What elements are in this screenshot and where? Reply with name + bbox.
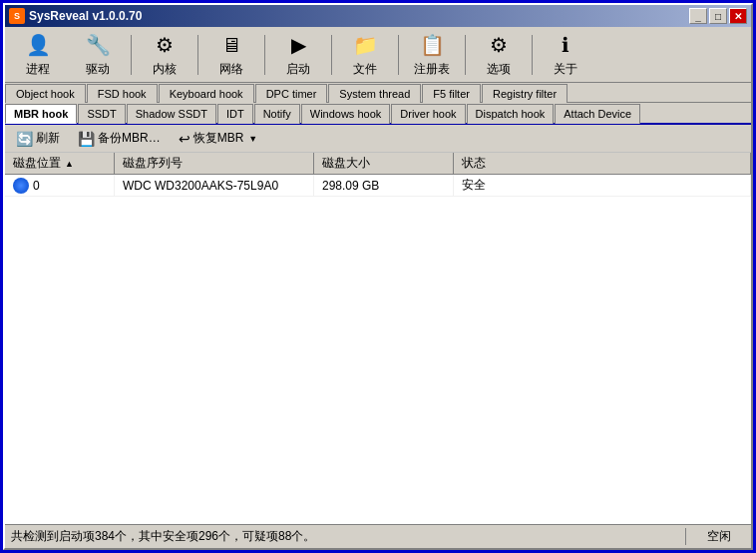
toolbar-driver[interactable]: 🔧 驱动 [69, 31, 127, 79]
toolbar-file[interactable]: 📁 文件 [336, 31, 394, 79]
network-icon: 🖥 [217, 32, 245, 59]
title-bar: S SysReveal v1.0.0.70 _ □ ✕ [5, 5, 751, 27]
tab-driver-hook[interactable]: Driver hook [391, 104, 465, 124]
toolbar-network-label: 网络 [219, 61, 243, 78]
refresh-button[interactable]: 🔄 刷新 [11, 127, 65, 150]
tab-dpc-timer[interactable]: DPC timer [255, 84, 328, 103]
toolbar-separator-3 [264, 35, 265, 75]
toolbar-separator-5 [398, 35, 399, 75]
backup-icon: 💾 [78, 131, 95, 147]
app-icon: S [9, 8, 25, 24]
cell-size: 298.09 GB [314, 175, 454, 196]
toolbar-separator-4 [331, 35, 332, 75]
status-bar: 共检测到启动项384个，其中安全项296个，可疑项88个。 空闲 [5, 524, 751, 548]
col-serial-label: 磁盘序列号 [123, 155, 183, 172]
toolbar: 👤 进程 🔧 驱动 ⚙ 内核 🖥 网络 ▶ 启动 📁 文件 📋 [5, 27, 751, 83]
toolbar-kernel[interactable]: ⚙ 内核 [136, 31, 193, 79]
minimize-button[interactable]: _ [689, 8, 707, 24]
tab-attach-device[interactable]: Attach Device [555, 104, 640, 124]
status-idle: 空闲 [685, 528, 745, 545]
col-status-label: 状态 [462, 155, 486, 172]
toolbar-kernel-label: 内核 [153, 61, 177, 78]
tab-registry-filter[interactable]: Registry filter [482, 84, 567, 103]
toolbar-options-label: 选项 [487, 61, 511, 78]
toolbar-process[interactable]: 👤 进程 [9, 31, 67, 79]
tabs-row1: Object hook FSD hook Keyboard hook DPC t… [5, 83, 751, 103]
toolbar-separator-1 [131, 35, 132, 75]
about-icon: ℹ [552, 32, 579, 59]
cell-status: 安全 [454, 175, 751, 196]
restore-mbr-button[interactable]: ↩ 恢复MBR ▼ [174, 127, 263, 150]
table-row[interactable]: 0 WDC WD3200AAKS-75L9A0 298.09 GB 安全 [5, 175, 751, 197]
tab-ssdt[interactable]: SSDT [78, 104, 125, 124]
tab-windows-hook[interactable]: Windows hook [301, 104, 391, 124]
toolbar-registry-label: 注册表 [414, 61, 450, 78]
maximize-button[interactable]: □ [709, 8, 727, 24]
toolbar-about[interactable]: ℹ 关于 [537, 31, 594, 79]
tab-mbr-hook[interactable]: MBR hook [5, 104, 77, 124]
cell-size-value: 298.09 GB [322, 179, 379, 193]
title-bar-left: S SysReveal v1.0.0.70 [9, 8, 142, 24]
refresh-label: 刷新 [36, 130, 60, 147]
tab-idt[interactable]: IDT [217, 104, 253, 124]
file-icon: 📁 [351, 32, 379, 59]
toolbar-network[interactable]: 🖥 网络 [202, 31, 260, 79]
toolbar-separator-6 [465, 35, 466, 75]
tab-keyboard-hook[interactable]: Keyboard hook [159, 84, 254, 103]
backup-mbr-button[interactable]: 💾 备份MBR… [73, 127, 166, 150]
toolbar-startup-label: 启动 [286, 61, 310, 78]
registry-icon: 📋 [418, 32, 446, 59]
toolbar-process-label: 进程 [26, 61, 50, 78]
cell-disk-pos-value: 0 [33, 179, 40, 193]
tab-fsd-hook[interactable]: FSD hook [87, 84, 158, 103]
cell-serial-value: WDC WD3200AAKS-75L9A0 [123, 179, 278, 193]
toolbar-driver-label: 驱动 [86, 61, 110, 78]
toolbar-separator-2 [197, 35, 198, 75]
restore-dropdown-icon[interactable]: ▼ [248, 134, 257, 144]
window-title: SysReveal v1.0.0.70 [29, 9, 142, 23]
restore-mbr-label: 恢复MBR [193, 130, 244, 147]
col-header-disk-pos[interactable]: 磁盘位置 ▲ [5, 153, 115, 174]
tab-object-hook[interactable]: Object hook [5, 84, 86, 103]
disk-icon [13, 178, 29, 194]
backup-mbr-label: 备份MBR… [98, 130, 161, 147]
col-header-status[interactable]: 状态 [454, 153, 751, 174]
tab-system-thread[interactable]: System thread [328, 84, 421, 103]
toolbar-about-label: 关于 [554, 61, 577, 78]
sort-arrow: ▲ [65, 159, 74, 169]
main-window: S SysReveal v1.0.0.70 _ □ ✕ 👤 进程 🔧 驱动 ⚙ … [3, 3, 753, 550]
tab-shadow-ssdt[interactable]: Shadow SSDT [127, 104, 216, 124]
title-buttons: _ □ ✕ [689, 8, 747, 24]
col-disk-pos-label: 磁盘位置 [13, 155, 61, 172]
col-header-size[interactable]: 磁盘大小 [314, 153, 454, 174]
options-icon: ⚙ [485, 32, 513, 59]
toolbar-file-label: 文件 [353, 61, 377, 78]
close-button[interactable]: ✕ [729, 8, 747, 24]
status-text: 共检测到启动项384个，其中安全项296个，可疑项88个。 [11, 528, 685, 545]
kernel-icon: ⚙ [151, 32, 179, 59]
tab-notify[interactable]: Notify [254, 104, 300, 124]
col-header-serial[interactable]: 磁盘序列号 [115, 153, 314, 174]
col-size-label: 磁盘大小 [322, 155, 370, 172]
cell-disk-pos: 0 [5, 175, 115, 196]
toolbar-separator-7 [532, 35, 533, 75]
driver-icon: 🔧 [84, 32, 112, 59]
table-body: 0 WDC WD3200AAKS-75L9A0 298.09 GB 安全 [5, 175, 751, 524]
tabs-row2: MBR hook SSDT Shadow SSDT IDT Notify Win… [5, 103, 751, 125]
cell-status-value: 安全 [462, 177, 486, 194]
restore-icon: ↩ [179, 131, 190, 147]
tab-dispatch-hook[interactable]: Dispatch hook [467, 104, 555, 124]
cell-serial: WDC WD3200AAKS-75L9A0 [115, 175, 314, 196]
tab-f5-filter[interactable]: F5 filter [422, 84, 481, 103]
startup-icon: ▶ [284, 32, 312, 59]
process-icon: 👤 [24, 32, 52, 59]
toolbar-options[interactable]: ⚙ 选项 [470, 31, 528, 79]
table-header: 磁盘位置 ▲ 磁盘序列号 磁盘大小 状态 [5, 153, 751, 175]
refresh-icon: 🔄 [16, 131, 33, 147]
content-area: 磁盘位置 ▲ 磁盘序列号 磁盘大小 状态 0 WDC WD3200AAKS-7 [5, 153, 751, 524]
toolbar-registry[interactable]: 📋 注册表 [403, 31, 461, 79]
toolbar-startup[interactable]: ▶ 启动 [269, 31, 327, 79]
action-bar: 🔄 刷新 💾 备份MBR… ↩ 恢复MBR ▼ [5, 125, 751, 153]
